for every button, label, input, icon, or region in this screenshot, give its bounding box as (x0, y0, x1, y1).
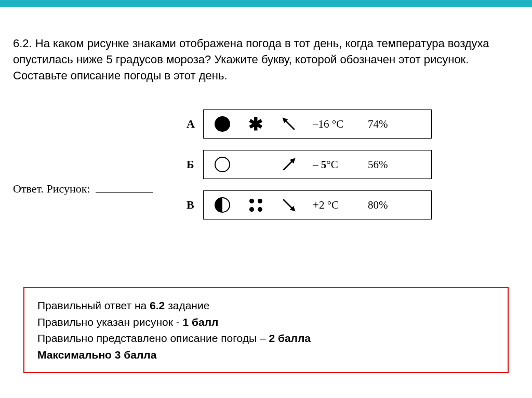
question-body: На каком рисунке знаками отображена пого… (13, 37, 489, 82)
temperature-b: – 5°C (313, 158, 353, 171)
option-letter-a: А (187, 117, 197, 131)
answer-label: Ответ. Рисунок: (13, 182, 153, 196)
option-row-b: Б – 5°C 56% (187, 150, 432, 179)
svg-line-2 (283, 161, 292, 170)
temperature-a: –16 °C (313, 118, 353, 131)
svg-line-4 (283, 200, 292, 209)
cloud-cover-icon-clear (213, 157, 232, 172)
humidity-v: 80% (368, 199, 394, 212)
scoring-box: Правильный ответ на 6.2 задание Правильн… (23, 287, 509, 373)
scoring-line-3: Правильно представлено описание погоды –… (37, 330, 495, 347)
scoring-line-4: Максимально 3 балла (37, 347, 495, 363)
wind-arrow-icon-nw (280, 115, 298, 133)
rain-dots-icon (246, 199, 265, 212)
option-row-v: В (187, 190, 432, 219)
humidity-a: 74% (368, 118, 394, 131)
cloud-cover-icon-half (213, 197, 232, 213)
option-row-a: А ✱ –16 °C 74% (187, 109, 432, 139)
answer-blank-line (96, 192, 153, 193)
question-text: 6.2. На каком рисунке знаками отображена… (13, 36, 519, 84)
content-area: 6.2. На каком рисунке знаками отображена… (0, 7, 532, 383)
answer-label-text: Ответ. Рисунок: (13, 182, 90, 195)
option-letter-b: Б (187, 158, 197, 171)
question-number: 6.2. (13, 37, 32, 50)
option-box-b: – 5°C 56% (203, 150, 432, 179)
option-box-v: +2 °C 80% (203, 190, 432, 219)
header-bar (0, 0, 532, 7)
scoring-line-2: Правильно указан рисунок - 1 балл (37, 314, 495, 331)
temperature-v: +2 °C (313, 199, 353, 212)
wind-arrow-icon-se (280, 196, 298, 214)
option-box-a: ✱ –16 °C 74% (203, 109, 432, 139)
option-letter-v: В (187, 198, 197, 212)
humidity-b: 56% (368, 158, 394, 171)
svg-line-0 (285, 120, 295, 130)
wind-arrow-icon-ne (280, 155, 298, 174)
snowflake-icon: ✱ (246, 115, 265, 133)
scoring-line-1: Правильный ответ на 6.2 задание (37, 297, 495, 314)
options-column: А ✱ –16 °C 74% (187, 109, 432, 219)
main-row: Ответ. Рисунок: А ✱ (13, 109, 519, 219)
cloud-cover-icon-full (213, 116, 232, 132)
